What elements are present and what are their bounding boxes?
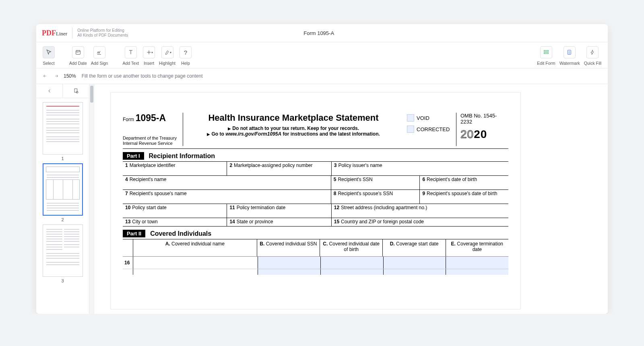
field-7[interactable]: 7Recipient's spouse's name (123, 190, 331, 204)
instruction-2: ▶ Go to www.irs.gov/Form1095A for instru… (187, 131, 400, 137)
field-4[interactable]: 4Recipient's name (123, 176, 331, 189)
field-2[interactable]: 2Marketplace-assigned policy number (227, 162, 331, 175)
signature-icon (93, 46, 105, 58)
part-1-header: Part I Recipient Information (123, 152, 508, 160)
recipient-grid: 1Marketplace identifier 2Marketplace-ass… (123, 161, 508, 227)
canvas[interactable]: Form 1095-A Department of the TreasuryIn… (94, 84, 608, 314)
brand-tagline: Online Platform for EditingAll Kinds of … (77, 28, 128, 38)
highlighter-icon: ▾ (161, 46, 173, 58)
field-3[interactable]: 3Policy issuer's name (332, 162, 508, 175)
field-1[interactable]: 1Marketplace identifier (123, 162, 227, 175)
quick-fill-button[interactable]: Quick Fill (583, 46, 602, 66)
field-13[interactable]: 13City or town (123, 218, 227, 226)
cursor-icon (43, 46, 55, 58)
col-b: B. Covered individual SSN (257, 239, 320, 256)
question-icon: ? (180, 46, 192, 58)
row-next[interactable] (123, 269, 508, 275)
field-9[interactable]: 9Recipient's spouse's date of birth (420, 190, 508, 204)
edit-form-button[interactable]: Edit Form (536, 46, 556, 66)
brand-logo: PDFLiner Online Platform for EditingAll … (42, 27, 128, 39)
plus-icon: ▾ (143, 46, 155, 58)
field-5[interactable]: 5Recipient's SSN (331, 176, 420, 189)
col-e: E. Coverage termination date (446, 239, 508, 256)
subbar: 150% Fill the form or use another tools … (36, 68, 608, 84)
text-icon (125, 46, 137, 58)
col-c: C. Covered individual date of birth (320, 239, 383, 256)
corrected-checkbox[interactable]: CORRECTED (407, 126, 456, 133)
thumb-page-1[interactable]: 1 (43, 102, 83, 161)
col-a: A. Covered individual name (133, 239, 257, 256)
insert-button[interactable]: ▾ Insert (142, 46, 156, 66)
side-tabs (36, 84, 89, 98)
canvas-scrollbar[interactable] (89, 84, 94, 314)
redo-button[interactable] (51, 71, 61, 81)
brand-mark: PDFLiner (42, 29, 67, 37)
department-info: Department of the TreasuryInternal Reven… (123, 136, 180, 146)
lightning-icon (586, 46, 599, 58)
thumb-page-2[interactable]: 2 (43, 163, 83, 222)
pages-tab[interactable] (63, 84, 89, 98)
svg-rect-3 (544, 50, 549, 51)
svg-rect-2 (78, 52, 78, 53)
field-11[interactable]: 11Policy termination date (227, 204, 331, 218)
form-number: 1095-A (136, 113, 166, 123)
tax-year: 2020 (460, 128, 508, 141)
field-6[interactable]: 6Recipient's date of birth (420, 176, 508, 189)
thumbnails[interactable]: 1 2 (36, 98, 89, 314)
form-word: Form (123, 117, 134, 122)
highlight-button[interactable]: ▾ Highlight (158, 46, 176, 66)
workspace: 1 2 (36, 84, 608, 314)
field-8[interactable]: 8Recipient's spouse's SSN (331, 190, 420, 204)
row-16[interactable]: 16 (123, 256, 508, 269)
field-12[interactable]: 12Street address (including apartment no… (332, 204, 508, 218)
toolbar: Select Add Date Add Sign Add Text ▾ Inse… (36, 42, 608, 68)
field-10[interactable]: 10Policy start date (123, 204, 227, 218)
field-15[interactable]: 15Country and ZIP or foreign postal code (332, 218, 508, 226)
toolbar-right: Edit Form Watermark Quick Fill (536, 46, 602, 66)
omb-number: OMB No. 1545-2232 (460, 113, 508, 125)
tool-group-edit: Add Text ▾ Insert ▾ Highlight ? Help (122, 46, 192, 66)
svg-rect-1 (77, 52, 77, 53)
watermark-button[interactable]: Watermark (559, 46, 581, 66)
thumb-page-3[interactable]: 3 (43, 224, 83, 283)
add-text-button[interactable]: Add Text (122, 46, 140, 66)
app-header: PDFLiner Online Platform for EditingAll … (36, 24, 608, 42)
undo-button[interactable] (40, 71, 51, 81)
form-icon (540, 46, 552, 58)
svg-rect-6 (74, 89, 77, 93)
zoom-level[interactable]: 150% (64, 73, 76, 79)
instruction-1: ▶ Do not attach to your tax return. Keep… (187, 126, 400, 131)
app-window: PDFLiner Online Platform for EditingAll … (36, 24, 608, 314)
field-14[interactable]: 14State or province (227, 218, 331, 226)
form-header: Form 1095-A Department of the TreasuryIn… (123, 113, 508, 149)
add-date-button[interactable]: Add Date (68, 46, 88, 66)
help-button[interactable]: ? Help (179, 46, 192, 66)
form-title: Health Insurance Marketplace Statement (187, 113, 400, 123)
void-checkbox[interactable]: VOID (407, 114, 456, 122)
watermark-icon (564, 46, 576, 58)
hint-text: Fill the form or use another tools to ch… (82, 73, 203, 79)
svg-rect-4 (544, 53, 549, 54)
tool-group-select: Select (42, 46, 56, 66)
calendar-icon (72, 46, 84, 58)
document-title: Form 1095-A (128, 30, 510, 36)
covered-grid: A. Covered individual name B. Covered in… (123, 239, 508, 275)
select-button[interactable]: Select (42, 46, 56, 66)
part-2-header: Part II Covered Individuals (123, 230, 508, 237)
canvas-area: Form 1095-A Department of the TreasuryIn… (89, 84, 608, 314)
brand-separator (72, 27, 72, 39)
add-sign-button[interactable]: Add Sign (90, 46, 109, 66)
tool-group-add: Add Date Add Sign (68, 46, 109, 66)
sidebar: 1 2 (36, 84, 89, 314)
col-d: D. Coverage start date (383, 239, 446, 256)
back-tab[interactable] (36, 84, 63, 98)
document-page: Form 1095-A Department of the TreasuryIn… (110, 92, 521, 309)
